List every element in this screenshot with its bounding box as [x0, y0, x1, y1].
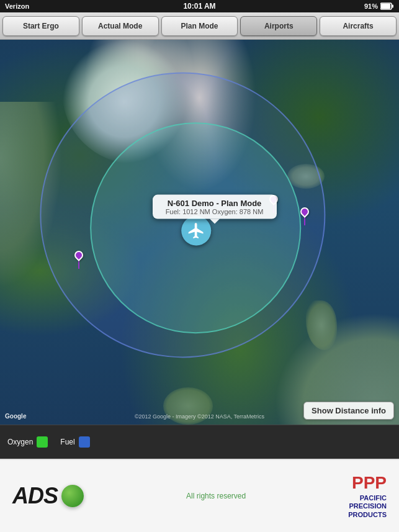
carrier-label: Verizon: [5, 2, 29, 10]
aircraft-circle: [181, 216, 211, 246]
aircraft-marker[interactable]: [181, 216, 211, 246]
fuel-color-box: [79, 436, 90, 448]
aircrafts-button[interactable]: Aircrafts: [320, 16, 397, 36]
show-distance-button[interactable]: Show Distance info: [303, 402, 394, 420]
ppp-text: PPP: [352, 473, 387, 493]
legend-area: Oxygen Fuel: [0, 425, 399, 459]
airport-pin-1[interactable]: [74, 251, 83, 269]
airports-button[interactable]: Airports: [240, 16, 317, 36]
battery-area: 91%: [364, 2, 394, 10]
fuel-legend: Fuel: [60, 436, 89, 448]
tooltip-subtitle: Fuel: 1012 NM Oxygen: 878 NM: [160, 208, 269, 215]
ads-text: ADS: [12, 483, 58, 509]
time-label: 10:01 AM: [183, 2, 215, 11]
pacific-precision-products: PACIFIC PRECISION PRODUCTS: [348, 494, 387, 519]
plan-mode-button[interactable]: Plan Mode: [161, 16, 238, 36]
oxygen-legend: Oxygen: [7, 436, 48, 448]
ads-globe-icon: [61, 485, 84, 507]
svg-rect-2: [381, 4, 390, 9]
start-ergo-button[interactable]: Start Ergo: [2, 16, 79, 36]
map-area[interactable]: N-601 Demo - Plan Mode Fuel: 1012 NM Oxy…: [0, 40, 399, 425]
google-watermark: Google: [5, 413, 26, 420]
svg-rect-1: [392, 5, 394, 8]
footer: ADS All rights reserved PPP PACIFIC PREC…: [0, 459, 399, 532]
oxygen-color-box: [37, 436, 48, 448]
aircraft-tooltip: N-601 Demo - Plan Mode Fuel: 1012 NM Oxy…: [153, 195, 277, 219]
copyright-text: ©2012 Google - Imagery ©2012 NASA, Terra…: [135, 413, 264, 420]
toolbar: Start Ergo Actual Mode Plan Mode Airport…: [0, 12, 399, 40]
ppp-logo: PPP: [352, 473, 387, 493]
footer-center: All rights reserved: [186, 492, 246, 500]
pin-head-2: [298, 205, 311, 218]
battery-label: 91%: [364, 2, 378, 10]
ads-logo-area: ADS: [12, 483, 84, 509]
oxygen-label: Oxygen: [7, 438, 33, 446]
battery-icon: [380, 2, 394, 10]
actual-mode-button[interactable]: Actual Mode: [82, 16, 159, 36]
tooltip-title: N-601 Demo - Plan Mode: [160, 199, 269, 208]
status-bar: Verizon 10:01 AM 91%: [0, 0, 399, 12]
pin-head-1: [73, 249, 85, 261]
fuel-label: Fuel: [60, 438, 74, 446]
rights-text: All rights reserved: [186, 492, 246, 500]
airport-pin-2[interactable]: [300, 207, 309, 225]
ppp-logo-area: PPP PACIFIC PRECISION PRODUCTS: [348, 473, 387, 519]
aircraft-icon-svg: [187, 222, 205, 240]
